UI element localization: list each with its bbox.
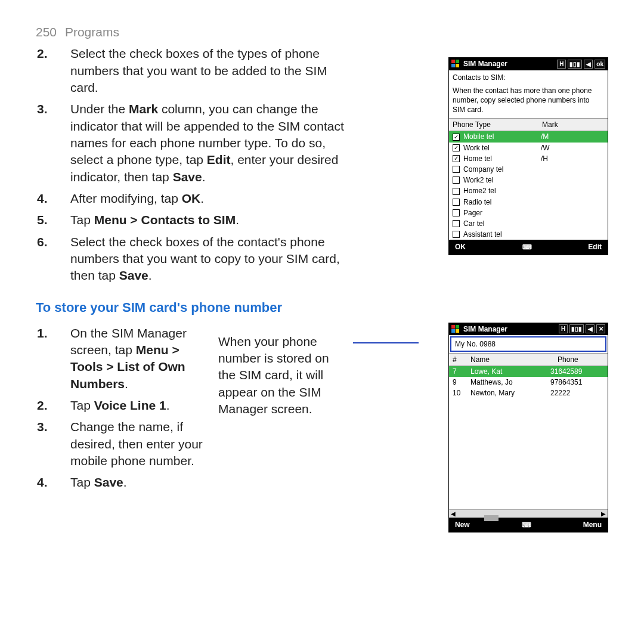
row-num: 7 [453, 367, 470, 376]
step-2: 2.Select the check boxes of the types of… [54, 45, 358, 96]
checkbox[interactable]: ✓ [453, 134, 460, 141]
sound-icon[interactable]: ◀ [586, 324, 595, 333]
scroll-left-icon[interactable]: ◀ [449, 510, 457, 518]
menu-softkey[interactable]: Menu [583, 520, 602, 530]
row-num: 10 [453, 388, 470, 398]
h-icon: H [559, 324, 568, 333]
table-row[interactable]: Company tel [449, 164, 608, 175]
checkbox[interactable] [453, 188, 460, 195]
row-phone: 31642589 [550, 367, 604, 376]
row-mark: /W [541, 143, 550, 153]
ok-button[interactable]: ok [595, 60, 605, 69]
row-label: Home2 tel [463, 186, 541, 196]
sound-icon[interactable]: ◀ [584, 60, 593, 69]
table-row[interactable]: Assistant tel [449, 229, 608, 240]
row-label: Company tel [463, 165, 541, 174]
row-label: Work2 tel [463, 175, 541, 185]
table-row[interactable]: Radio tel [449, 197, 608, 208]
my-number-field[interactable]: My No. 0988 [450, 336, 606, 352]
page-number: 250 [36, 25, 57, 39]
app-title: SIM Manager [463, 59, 557, 69]
ok-softkey[interactable]: OK [455, 242, 466, 252]
step-5: 5.Tap Menu > Contacts to SIM. [54, 212, 358, 228]
titlebar: SIM Manager H ▮▯▮ ◀ ok [449, 58, 608, 70]
checkbox[interactable]: ✓ [453, 144, 460, 151]
checkbox[interactable] [453, 209, 460, 216]
row-label: Pager [463, 208, 541, 218]
row-label: Assistant tel [463, 230, 541, 239]
app-title: SIM Manager [463, 324, 559, 334]
row-label: Home tel [463, 154, 541, 163]
low-step-1: 1.On the SIM Manager screen, tap Menu > … [54, 325, 215, 392]
table-row[interactable]: Work2 tel [449, 175, 608, 185]
signal-icon: ▮▯▮ [568, 60, 582, 69]
row-mark: /H [541, 154, 548, 163]
table-row[interactable]: 9Matthews, Jo97864351 [449, 377, 608, 388]
row-num: 9 [453, 377, 470, 387]
row-phone: 22222 [550, 388, 604, 398]
scroll-right-icon[interactable]: ▶ [599, 510, 608, 518]
row-name: Matthews, Jo [470, 377, 550, 387]
section-heading: To store your SIM card's phone number [36, 299, 608, 317]
table-row[interactable]: Pager [449, 208, 608, 218]
low-step-4: 4.Tap Save. [54, 474, 215, 491]
keyboard-icon[interactable]: ⌨ [522, 521, 531, 530]
checkbox[interactable] [453, 220, 460, 227]
row-label: Radio tel [463, 197, 541, 207]
titlebar: SIM Manager H ▮▯▮ ◀ ✕ [449, 323, 608, 335]
table-row[interactable]: ✓Home tel/H [449, 153, 608, 164]
step-6: 6.Select the check boxes of the contact'… [54, 234, 358, 284]
row-label: Work tel [463, 143, 541, 153]
new-softkey[interactable]: New [455, 520, 470, 530]
checkbox[interactable] [453, 231, 460, 238]
close-button[interactable]: ✕ [596, 324, 605, 333]
table-row[interactable]: Home2 tel [449, 185, 608, 196]
table-header: # Name Phone [449, 353, 608, 366]
checkbox[interactable] [453, 199, 460, 206]
sim-manager-contacts-screenshot: SIM Manager H ▮▯▮ ◀ ok Contacts to SIM: … [448, 57, 608, 255]
row-mark: /M [541, 132, 549, 141]
sim-manager-list-screenshot: SIM Manager H ▮▯▮ ◀ ✕ My No. 0988 # Name… [448, 323, 608, 533]
checkbox[interactable]: ✓ [453, 155, 460, 162]
menubar: OK ⌨ Edit [449, 240, 608, 254]
subtitle: Contacts to SIM: [449, 70, 608, 85]
row-phone: 97864351 [550, 377, 604, 387]
edit-softkey[interactable]: Edit [588, 242, 602, 252]
table-row[interactable]: ✓Work tel/W [449, 143, 608, 153]
scrollbar[interactable]: ◀ ▶ [449, 509, 608, 518]
step-4: 4.After modifying, tap OK. [54, 190, 358, 207]
checkbox[interactable] [453, 177, 460, 184]
low-step-2: 2.Tap Voice Line 1. [54, 397, 215, 414]
chapter-title: Programs [65, 25, 119, 39]
table-header: Phone Type Mark [449, 118, 608, 131]
signal-icon: ▮▯▮ [569, 324, 584, 333]
callout-note: When your phone number is stored on the … [215, 323, 352, 533]
table-row[interactable]: Car tel [449, 218, 608, 229]
start-icon[interactable] [451, 325, 460, 333]
row-label: Car tel [463, 219, 541, 228]
row-label: Mobile tel [463, 132, 541, 141]
low-step-3: 3.Change the name, if desired, then ente… [54, 419, 215, 469]
table-row[interactable]: 10Newton, Mary22222 [449, 388, 608, 398]
checkbox[interactable] [453, 166, 460, 173]
description: When the contact has more than one phone… [449, 85, 608, 119]
step-3: 3.Under the Mark column, you can change … [54, 101, 358, 185]
keyboard-icon[interactable]: ⌨ [522, 243, 531, 252]
row-name: Lowe, Kat [470, 367, 550, 376]
start-icon[interactable] [451, 60, 460, 68]
connector-line [353, 342, 419, 343]
table-row[interactable]: 7Lowe, Kat31642589 [449, 366, 608, 377]
table-row[interactable]: ✓Mobile tel/M [449, 131, 608, 142]
menubar: New ⌨ Menu [449, 518, 608, 532]
h-icon: H [557, 60, 566, 69]
page-header: 250 Programs [36, 24, 608, 41]
row-name: Newton, Mary [470, 388, 550, 398]
scroll-thumb[interactable] [484, 515, 499, 521]
